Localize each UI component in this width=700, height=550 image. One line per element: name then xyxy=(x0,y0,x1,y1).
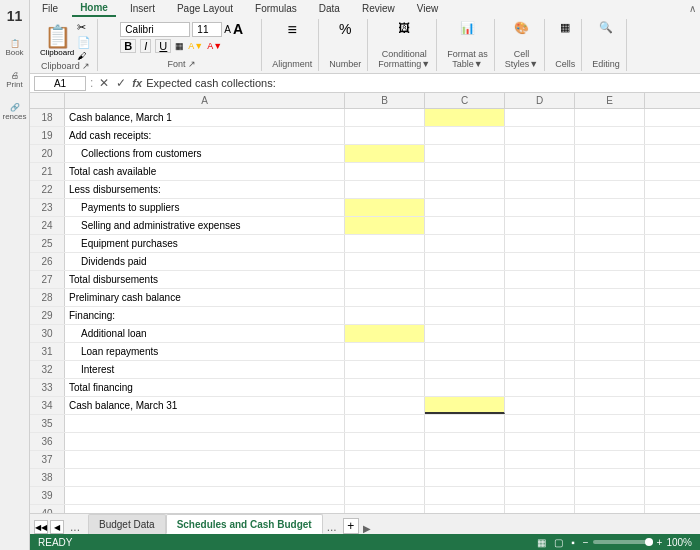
nav-references[interactable]: 🔗 rences xyxy=(3,100,27,124)
cell-c31[interactable] xyxy=(425,343,505,360)
cell-d35[interactable] xyxy=(505,415,575,432)
tab-file[interactable]: File xyxy=(34,1,66,16)
cell-c24[interactable] xyxy=(425,217,505,234)
font-name-input[interactable] xyxy=(120,22,190,37)
cell-b38[interactable] xyxy=(345,469,425,486)
cell-d31[interactable] xyxy=(505,343,575,360)
cell-e30[interactable] xyxy=(575,325,645,342)
cell-e26[interactable] xyxy=(575,253,645,270)
nav-book[interactable]: 📋 Book xyxy=(3,36,27,60)
cell-a33[interactable]: Total financing xyxy=(65,379,345,396)
cancel-formula-icon[interactable]: ✕ xyxy=(97,75,111,91)
cell-a36[interactable] xyxy=(65,433,345,450)
cell-b28[interactable] xyxy=(345,289,425,306)
cell-e34[interactable] xyxy=(575,397,645,414)
cell-a39[interactable] xyxy=(65,487,345,504)
cell-e24[interactable] xyxy=(575,217,645,234)
cell-a23[interactable]: Payments to suppliers xyxy=(65,199,345,216)
view-normal-icon[interactable]: ▦ xyxy=(537,537,546,548)
cell-c22[interactable] xyxy=(425,181,505,198)
cell-b27[interactable] xyxy=(345,271,425,288)
tab-more-left[interactable]: ... xyxy=(66,520,84,534)
tab-page-layout[interactable]: Page Layout xyxy=(169,1,241,16)
tab-home[interactable]: Home xyxy=(72,0,116,17)
sheet-tab-budget-data[interactable]: Budget Data xyxy=(88,514,166,534)
cell-d40[interactable] xyxy=(505,505,575,513)
copy-btn[interactable]: 📄 xyxy=(77,36,91,49)
cell-e31[interactable] xyxy=(575,343,645,360)
cell-a20[interactable]: Collections from customers xyxy=(65,145,345,162)
cell-e29[interactable] xyxy=(575,307,645,324)
cell-e21[interactable] xyxy=(575,163,645,180)
cell-b25[interactable] xyxy=(345,235,425,252)
cell-d36[interactable] xyxy=(505,433,575,450)
cell-b30[interactable] xyxy=(345,325,425,342)
cell-d22[interactable] xyxy=(505,181,575,198)
cell-a40[interactable] xyxy=(65,505,345,513)
italic-btn[interactable]: I xyxy=(140,39,151,53)
cell-b20[interactable] xyxy=(345,145,425,162)
cell-c36[interactable] xyxy=(425,433,505,450)
tab-formulas[interactable]: Formulas xyxy=(247,1,305,16)
cell-a24[interactable]: Selling and administrative expenses xyxy=(65,217,345,234)
cell-a26[interactable]: Dividends paid xyxy=(65,253,345,270)
sheet-tab-schedules[interactable]: Schedules and Cash Budget xyxy=(166,514,323,534)
cell-d23[interactable] xyxy=(505,199,575,216)
font-size-increase[interactable]: A xyxy=(233,21,243,37)
font-size-input[interactable] xyxy=(192,22,222,37)
cell-d27[interactable] xyxy=(505,271,575,288)
cell-b23[interactable] xyxy=(345,199,425,216)
cell-a19[interactable]: Add cash receipts: xyxy=(65,127,345,144)
cell-reference-input[interactable] xyxy=(34,76,86,91)
cell-d32[interactable] xyxy=(505,361,575,378)
cell-a38[interactable] xyxy=(65,469,345,486)
cell-d20[interactable] xyxy=(505,145,575,162)
cell-b35[interactable] xyxy=(345,415,425,432)
cell-e18[interactable] xyxy=(575,109,645,126)
zoom-slider[interactable] xyxy=(593,540,653,544)
cell-c30[interactable] xyxy=(425,325,505,342)
confirm-formula-icon[interactable]: ✓ xyxy=(114,75,128,91)
cell-c29[interactable] xyxy=(425,307,505,324)
cell-d28[interactable] xyxy=(505,289,575,306)
cell-a30[interactable]: Additional loan xyxy=(65,325,345,342)
cell-e36[interactable] xyxy=(575,433,645,450)
cell-c25[interactable] xyxy=(425,235,505,252)
cell-d38[interactable] xyxy=(505,469,575,486)
cell-b40[interactable] xyxy=(345,505,425,513)
cell-a31[interactable]: Loan repayments xyxy=(65,343,345,360)
ribbon-scroll-up[interactable]: ∧ xyxy=(689,3,696,14)
zoom-out-btn[interactable]: − xyxy=(583,537,589,548)
cell-e20[interactable] xyxy=(575,145,645,162)
cell-c37[interactable] xyxy=(425,451,505,468)
cell-c34[interactable] xyxy=(425,397,505,414)
cell-c38[interactable] xyxy=(425,469,505,486)
cell-b39[interactable] xyxy=(345,487,425,504)
cell-e40[interactable] xyxy=(575,505,645,513)
tab-more-right[interactable]: ... xyxy=(323,520,341,534)
cell-b33[interactable] xyxy=(345,379,425,396)
tab-data[interactable]: Data xyxy=(311,1,348,16)
cell-c19[interactable] xyxy=(425,127,505,144)
cell-c32[interactable] xyxy=(425,361,505,378)
first-sheet-btn[interactable]: ◀◀ xyxy=(34,520,48,534)
cell-e23[interactable] xyxy=(575,199,645,216)
cell-d30[interactable] xyxy=(505,325,575,342)
cell-c20[interactable] xyxy=(425,145,505,162)
scroll-right-btn[interactable]: ▶ xyxy=(363,523,371,534)
cut-btn[interactable]: ✂ xyxy=(77,21,91,34)
bold-btn[interactable]: B xyxy=(120,39,136,53)
cell-e25[interactable] xyxy=(575,235,645,252)
cell-b31[interactable] xyxy=(345,343,425,360)
fill-color-btn[interactable]: A▼ xyxy=(188,41,203,51)
cell-d26[interactable] xyxy=(505,253,575,270)
paste-btn[interactable]: 📋 Clipboard xyxy=(40,26,74,57)
cell-c27[interactable] xyxy=(425,271,505,288)
cell-b32[interactable] xyxy=(345,361,425,378)
cell-b34[interactable] xyxy=(345,397,425,414)
cell-c26[interactable] xyxy=(425,253,505,270)
cell-b29[interactable] xyxy=(345,307,425,324)
cell-a28[interactable]: Preliminary cash balance xyxy=(65,289,345,306)
cell-c23[interactable] xyxy=(425,199,505,216)
cell-d34[interactable] xyxy=(505,397,575,414)
